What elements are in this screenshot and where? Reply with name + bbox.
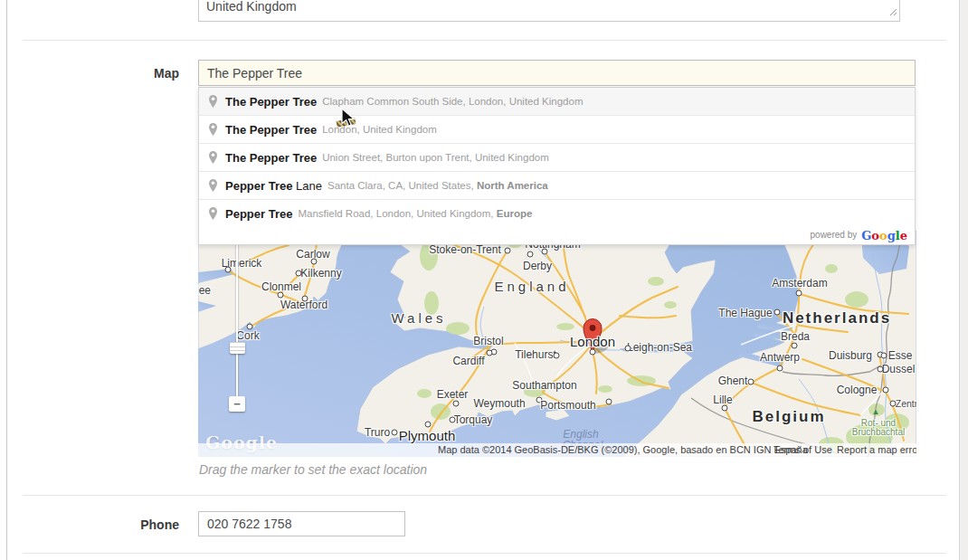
map-geography xyxy=(198,231,916,457)
google-logo: Google xyxy=(861,227,907,243)
map-attribution: Map data ©2014 GeoBasis-DE/BKG (©2009), … xyxy=(198,443,916,457)
google-logo-letter: o xyxy=(879,229,887,242)
suggestion-secondary-text: Santa Clara, CA, United States, xyxy=(327,180,477,191)
pin-icon xyxy=(208,178,218,193)
zoom-slider-handle[interactable] xyxy=(230,342,245,354)
suggestion-main-text: Lane xyxy=(292,179,322,193)
google-logo-letter: G xyxy=(861,229,871,242)
pin-icon xyxy=(208,94,218,109)
suggestion-secondary-text: Clapham Common South Side, London, Unite… xyxy=(322,96,583,107)
powered-by-google: powered by Google xyxy=(199,227,915,244)
autocomplete-item[interactable]: Pepper Tree LaneSanta Clara, CA, United … xyxy=(199,171,915,199)
suggestion-main-text: Pepper Tree xyxy=(225,207,292,221)
suggestion-main-text: The Pepper Tree xyxy=(225,95,317,109)
suggestion-main-text: Pepper Tree xyxy=(225,179,292,193)
map-search-value: The Pepper Tree xyxy=(207,66,302,81)
suggestion-secondary-bold: Europe xyxy=(497,208,533,219)
resize-grip-icon[interactable] xyxy=(889,5,897,19)
pin-icon xyxy=(208,206,218,221)
phone-value: 020 7622 1758 xyxy=(207,517,291,531)
suggestion-secondary-text: London, United Kingdom xyxy=(322,124,437,135)
autocomplete-list: The Pepper TreeClapham Common South Side… xyxy=(199,88,915,227)
section-divider xyxy=(23,553,946,554)
map-search-input[interactable]: The Pepper Tree xyxy=(198,60,916,86)
attribution-text: Map data ©2014 GeoBasis-DE/BKG (©2009), … xyxy=(438,444,808,455)
terms-of-use-link[interactable]: Terms of Use xyxy=(773,444,832,455)
phone-field-label: Phone xyxy=(90,517,179,532)
autocomplete-item[interactable]: The Pepper TreeLondon, United Kingdom xyxy=(199,115,915,143)
phone-input[interactable]: 020 7622 1758 xyxy=(198,511,405,536)
suggestion-secondary-bold: North America xyxy=(477,180,548,191)
country-value: United Kingdom xyxy=(206,0,297,14)
pin-icon xyxy=(208,122,218,137)
map-field-label: Map xyxy=(90,66,179,81)
suggestion-main-text: The Pepper Tree xyxy=(225,151,317,165)
powered-by-text: powered by xyxy=(811,230,858,240)
drag-marker-hint: Drag the marker to set the exact locatio… xyxy=(199,462,427,477)
google-logo-letter: g xyxy=(887,229,896,242)
autocomplete-item[interactable]: The Pepper TreeClapham Common South Side… xyxy=(199,88,915,115)
suggestion-main-text: The Pepper Tree xyxy=(225,123,317,137)
google-logo-letter: e xyxy=(900,229,907,242)
autocomplete-item[interactable]: Pepper TreeMansfield Road, London, Unite… xyxy=(199,199,915,227)
autocomplete-item[interactable]: The Pepper TreeUnion Street, Burton upon… xyxy=(199,143,915,171)
scrollbar-track[interactable] xyxy=(959,0,968,560)
section-divider xyxy=(23,495,946,496)
suggestion-secondary-text: Mansfield Road, London, United Kingdom, xyxy=(298,208,496,219)
page-left-border xyxy=(6,0,7,560)
suggestion-secondary-text: Union Street, Burton upon Trent, United … xyxy=(322,152,549,163)
map-canvas[interactable]: LimerickleeCarlowKilkennyClonmelWaterfor… xyxy=(198,231,916,457)
section-divider xyxy=(23,40,946,41)
report-map-error-link[interactable]: Report a map error xyxy=(837,444,916,455)
google-logo-letter: o xyxy=(871,229,879,242)
country-textarea[interactable]: United Kingdom xyxy=(198,0,900,22)
zoom-out-button[interactable]: − xyxy=(229,396,245,412)
zoom-slider-track xyxy=(236,242,238,403)
autocomplete-dropdown: The Pepper TreeClapham Common South Side… xyxy=(198,87,916,245)
pin-icon xyxy=(208,150,218,165)
page: United Kingdom Map The Pepper Tree The P… xyxy=(0,0,968,560)
